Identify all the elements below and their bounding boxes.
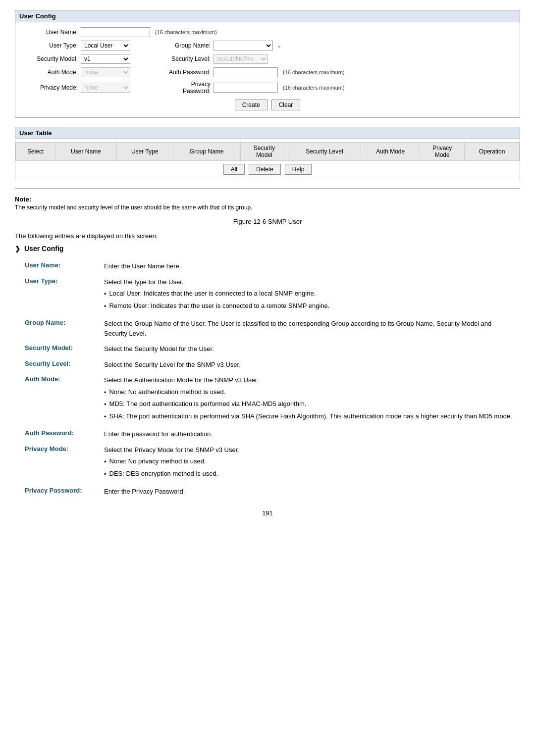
privacy-mode-password-row: Privacy Mode: None DES Privacy Password:… — [23, 81, 512, 95]
auth-password-input[interactable] — [214, 67, 278, 77]
bullet-des: DES: DES encryption method is used. — [104, 469, 515, 479]
col-privmode: PrivacyMode — [420, 143, 465, 161]
auth-password-label: Auth Password: — [166, 69, 211, 76]
page-number: 191 — [15, 509, 520, 517]
security-model-select[interactable]: v1 v2c v3 — [81, 54, 130, 64]
col-groupname: Group Name — [173, 143, 240, 161]
clear-button[interactable]: Clear — [271, 100, 301, 110]
auth-mode-select[interactable]: None MD5 SHA — [81, 67, 130, 77]
desc-def-username: Enter the User Name here. — [104, 258, 520, 274]
desc-def-privpassword: Enter the Privacy Password. — [104, 484, 520, 500]
desc-row-privpassword: Privacy Password: Enter the Privacy Pass… — [15, 484, 520, 500]
desc-table: User Name: Enter the User Name here. Use… — [15, 258, 520, 500]
security-model-level-row: Security Model: v1 v2c v3 Security Level… — [23, 54, 512, 64]
create-button[interactable]: Create — [235, 100, 268, 110]
config-button-row: Create Clear — [23, 100, 512, 110]
desc-def-usertype: Select the type for the User. Local User… — [104, 274, 520, 316]
desc-def-privmode: Select the Privacy Mode for the SNMP v3 … — [104, 442, 520, 484]
privacy-password-label: Privacy Password: — [166, 81, 211, 95]
note-label: Note: — [15, 196, 31, 203]
table-button-row: All Delete Help — [15, 164, 520, 175]
privacy-password-input[interactable] — [214, 83, 278, 93]
privmode-bullets: None: No privacy method is used. DES: DE… — [104, 456, 515, 479]
desc-row-secmodel: Security Model: Select the Security Mode… — [15, 341, 520, 357]
desc-def-seclevel: Select the Security Level for the SNMP v… — [104, 357, 520, 373]
col-select: Select — [16, 143, 55, 161]
desc-term-groupname: Group Name: — [15, 316, 104, 341]
privacy-password-hint: (16 characters maximum) — [283, 85, 345, 91]
user-type-group-row: User Type: Local User Remote User Group … — [23, 41, 512, 50]
desc-def-authmode: Select the Authentication Mode for the S… — [104, 372, 520, 426]
desc-term-username: User Name: — [15, 258, 104, 274]
col-authmode: Auth Mode — [361, 143, 420, 161]
authmode-bullets: None: No authentication method is used. … — [104, 387, 515, 422]
desc-term-secmodel: Security Model: — [15, 341, 104, 357]
section-heading-label: User Config — [24, 245, 63, 252]
desc-row-username: User Name: Enter the User Name here. — [15, 258, 520, 274]
user-name-input[interactable] — [81, 27, 150, 37]
desc-term-privpassword: Privacy Password: — [15, 484, 104, 500]
desc-term-privmode: Privacy Mode: — [15, 442, 104, 484]
desc-row-authmode: Auth Mode: Select the Authentication Mod… — [15, 372, 520, 426]
col-username: User Name — [55, 143, 117, 161]
desc-row-authpassword: Auth Password: Enter the password for au… — [15, 426, 520, 442]
user-table-title: User Table — [15, 127, 520, 139]
user-name-hint: (16 characters maximum) — [155, 29, 217, 35]
bullet-none-auth: None: No authentication method is used. — [104, 387, 515, 398]
user-type-select[interactable]: Local User Remote User — [81, 41, 130, 50]
user-table: Select User Name User Type Group Name Se… — [15, 142, 520, 161]
col-operation: Operation — [465, 143, 520, 161]
note-text: The security model and security level of… — [15, 204, 520, 211]
bullet-none-priv: None: No privacy method is used. — [104, 456, 515, 467]
privacy-mode-select[interactable]: None DES — [81, 83, 130, 93]
col-secmodel: SecurityModel — [240, 143, 288, 161]
desc-term-seclevel: Security Level: — [15, 357, 104, 373]
arrow-icon: ❯ — [15, 245, 20, 252]
desc-def-authpassword: Enter the password for authentication. — [104, 426, 520, 442]
user-type-label: User Type: — [23, 42, 78, 49]
desc-term-authmode: Auth Mode: — [15, 372, 104, 426]
user-config-title: User Config — [15, 10, 520, 22]
privacy-mode-label: Privacy Mode: — [23, 84, 78, 91]
bullet-remoteuser: Remote User: Indicates that the user is … — [104, 301, 515, 311]
desc-def-groupname: Select the Group Name of the User. The U… — [104, 316, 520, 341]
security-model-label: Security Model: — [23, 55, 78, 62]
section-heading-user-config: ❯ User Config — [15, 245, 520, 252]
user-config-box: User Config User Name: (16 characters ma… — [15, 10, 520, 118]
desc-intro: The following entries are displayed on t… — [15, 232, 520, 240]
user-name-label: User Name: — [23, 29, 78, 36]
user-table-box: User Table Select User Name User Type Gr… — [15, 127, 520, 179]
user-name-row: User Name: (16 characters maximum) — [23, 27, 512, 37]
auth-mode-label: Auth Mode: — [23, 69, 78, 76]
section-divider — [15, 188, 520, 189]
group-name-label: Group Name: — [166, 42, 211, 49]
bullet-md5: MD5: The port authentication is performe… — [104, 399, 515, 409]
desc-row-groupname: Group Name: Select the Group Name of the… — [15, 316, 520, 341]
auth-password-hint: (16 characters maximum) — [283, 69, 345, 75]
bullet-localuser: Local User: Indicates that the user is c… — [104, 289, 515, 299]
desc-row-usertype: User Type: Select the type for the User.… — [15, 274, 520, 316]
desc-def-secmodel: Select the Security Model for the User. — [104, 341, 520, 357]
delete-button[interactable]: Delete — [249, 164, 281, 175]
bullet-sha: SHA: The port authentication is performe… — [104, 411, 515, 422]
note-section: Note: The security model and security le… — [15, 196, 520, 211]
help-button[interactable]: Help — [285, 164, 312, 175]
desc-term-authpassword: Auth Password: — [15, 426, 104, 442]
group-name-select[interactable] — [214, 41, 273, 50]
col-usertype: User Type — [116, 143, 173, 161]
col-seclevel: Security Level — [288, 143, 361, 161]
desc-term-usertype: User Type: — [15, 274, 104, 316]
desc-row-privmode: Privacy Mode: Select the Privacy Mode fo… — [15, 442, 520, 484]
usertype-bullets: Local User: Indicates that the user is c… — [104, 289, 515, 311]
desc-row-seclevel: Security Level: Select the Security Leve… — [15, 357, 520, 373]
security-level-label: Security Level: — [166, 55, 211, 62]
auth-mode-password-row: Auth Mode: None MD5 SHA Auth Password: (… — [23, 67, 512, 77]
security-level-select[interactable]: noAuthNoPriv authNoPriv authPriv — [214, 54, 268, 64]
figure-caption: Figure 12-6 SNMP User — [15, 218, 520, 225]
all-button[interactable]: All — [223, 164, 245, 175]
